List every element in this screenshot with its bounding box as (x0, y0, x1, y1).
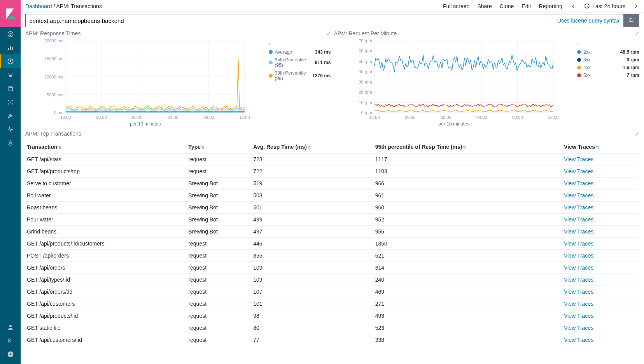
legend-toggle-icon[interactable]: › (269, 40, 331, 47)
svg-rect-2 (10, 46, 11, 50)
timelion-icon[interactable] (0, 68, 21, 82)
expand-icon[interactable]: ⤢ (635, 30, 639, 37)
view-traces-link[interactable]: View Traces (564, 156, 593, 162)
cell-avg: 497 (252, 226, 373, 238)
view-traces-link[interactable]: View Traces (564, 180, 593, 186)
svg-text:20:00: 20:00 (404, 115, 415, 120)
cell-avg: 728 (252, 153, 373, 165)
legend-value: 7 rpm (626, 73, 639, 78)
query-input[interactable] (26, 14, 553, 27)
legend-name: Average (275, 49, 313, 55)
fullscreen-button[interactable]: Full screen (443, 3, 469, 9)
view-traces-link[interactable]: View Traces (564, 337, 593, 343)
breadcrumb-root[interactable]: Dashboard (25, 3, 52, 9)
view-traces-link[interactable]: View Traces (564, 265, 593, 271)
table-row: GET /api/products/:id/customersrequest44… (25, 238, 639, 250)
expand-icon[interactable]: ⤢ (635, 131, 639, 137)
cell-p95: 523 (374, 322, 563, 334)
legend-name: 99th Percentile (99) (275, 70, 310, 81)
view-traces-link[interactable]: View Traces (564, 192, 593, 199)
search-button[interactable] (623, 14, 639, 27)
view-traces-link[interactable]: View Traces (564, 240, 593, 247)
cell-p95: 966 (374, 178, 563, 190)
legend-toggle-icon[interactable]: › (577, 40, 639, 47)
cell-transaction: GET /api/customers (25, 298, 187, 310)
ml-icon[interactable] (0, 95, 21, 109)
svg-text:04:00: 04:00 (476, 115, 487, 120)
cell-avg: 80 (252, 322, 373, 334)
column-header[interactable]: 95th percentile of Resp Time (ms)⇅ (374, 141, 563, 153)
view-traces-link[interactable]: View Traces (564, 289, 593, 295)
devtools-icon[interactable] (0, 109, 21, 122)
reporting-button[interactable]: Reporting (539, 3, 562, 9)
table-title: APM: Top Transactions (25, 131, 639, 137)
cell-type: Brewing Bot (187, 202, 252, 214)
time-next-button[interactable] (633, 3, 639, 9)
response-times-chart[interactable]: 0 ms5000 ms10000 ms15000 ms20000 ms16:00… (25, 39, 266, 127)
cell-type: request (187, 298, 252, 310)
chart-panels: APM: Response Times ⤢ 0 ms5000 ms10000 m… (21, 30, 644, 127)
legend-item[interactable]: 5xx7 rpm (577, 71, 639, 79)
view-traces-link[interactable]: View Traces (564, 325, 593, 331)
main-content: Dashboard / APM: Transactions Full scree… (21, 0, 644, 364)
user-icon[interactable] (0, 320, 21, 334)
legend-value: 1276 ms (312, 73, 331, 78)
cell-type: request (187, 165, 252, 178)
cell-avg: 446 (252, 238, 373, 250)
cell-p95: 1350 (374, 238, 563, 250)
cell-p95: 493 (374, 310, 563, 322)
cell-transaction: Boil water (25, 190, 187, 202)
cell-transaction: POST /api/orders (25, 250, 187, 262)
dashboard-icon[interactable] (0, 54, 21, 68)
legend-item[interactable]: 99th Percentile (99)1276 ms (269, 69, 331, 82)
view-traces-link[interactable]: View Traces (564, 228, 593, 235)
breadcrumb-current: APM: Transactions (56, 3, 102, 9)
visualize-icon[interactable] (0, 41, 21, 54)
time-picker[interactable]: Last 24 hours (584, 3, 625, 9)
lucene-hint[interactable]: Uses lucene query syntax (553, 17, 623, 24)
x-axis-label: per 10 minutes (25, 121, 266, 127)
cell-avg: 499 (252, 214, 373, 226)
clone-button[interactable]: Clone (500, 3, 514, 9)
monitoring-icon[interactable] (0, 122, 21, 136)
edit-button[interactable]: Edit (522, 3, 531, 9)
svg-text:12:00: 12:00 (548, 115, 558, 120)
chart-legend: › 2xx48.5 rpm3xx0 rpm4xx1.6 rpm5xx7 rpm (577, 39, 639, 127)
column-header[interactable]: View Traces⇅ (562, 141, 639, 153)
legend-item[interactable]: 4xx1.6 rpm (577, 64, 639, 71)
discover-icon[interactable] (0, 27, 21, 41)
view-traces-link[interactable]: View Traces (564, 216, 593, 223)
collapse-icon[interactable] (0, 334, 21, 347)
view-traces-link[interactable]: View Traces (564, 204, 593, 211)
view-traces-link[interactable]: View Traces (564, 168, 593, 174)
legend-item[interactable]: Average343 ms (269, 48, 331, 56)
svg-text:08:00: 08:00 (203, 115, 214, 120)
table-row: Boil waterBrewing Bot503961View Traces (25, 190, 639, 202)
view-traces-link[interactable]: View Traces (564, 313, 593, 319)
management-icon[interactable] (0, 136, 21, 150)
expand-icon[interactable]: ⤢ (326, 30, 331, 37)
panel-title: APM: Request Per Minute (334, 30, 640, 37)
kibana-logo[interactable] (0, 0, 21, 27)
svg-text:5000 ms: 5000 ms (47, 92, 64, 97)
legend-item[interactable]: 3xx0 rpm (577, 56, 639, 64)
cell-transaction: GET /api/products/:id/customers (25, 238, 187, 250)
cell-avg: 107 (252, 286, 373, 298)
rpm-chart[interactable]: 0 rpm10 rpm20 rpm30 rpm40 rpm50 rpm60 rp… (334, 39, 574, 127)
canvas-icon[interactable] (0, 82, 21, 95)
logout-icon[interactable] (0, 347, 21, 361)
legend-item[interactable]: 2xx48.5 rpm (577, 48, 639, 56)
view-traces-link[interactable]: View Traces (564, 301, 593, 307)
cell-p95: 469 (374, 286, 563, 298)
legend-item[interactable]: 95th Percentile (95)911 ms (269, 56, 331, 69)
share-button[interactable]: Share (477, 3, 492, 9)
view-traces-link[interactable]: View Traces (564, 253, 593, 259)
column-header[interactable]: Transaction⇅ (25, 141, 187, 153)
cell-transaction: Grind beans (25, 226, 187, 238)
view-traces-link[interactable]: View Traces (564, 277, 593, 283)
table-row: Pour waterBrewing Bot499952View Traces (25, 214, 639, 226)
time-prev-button[interactable] (570, 3, 576, 9)
column-header[interactable]: Avg. Resp Time (ms)⇅ (252, 141, 373, 153)
cell-type: request (187, 322, 252, 334)
column-header[interactable]: Type⇅ (187, 141, 252, 153)
